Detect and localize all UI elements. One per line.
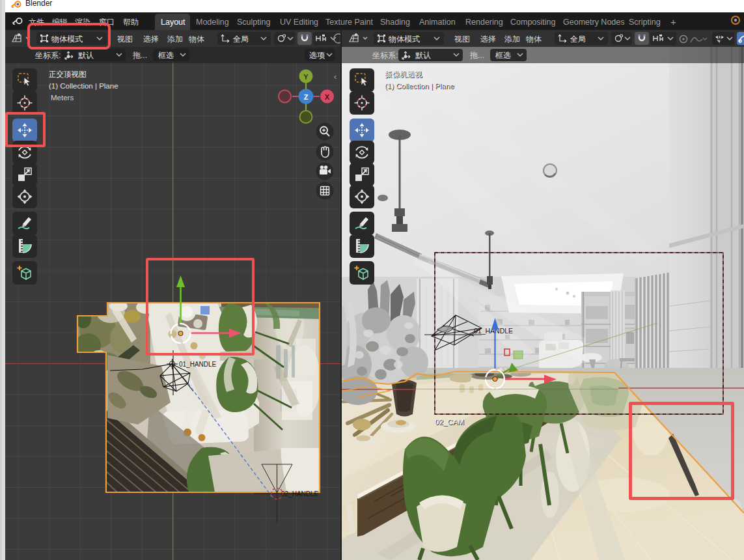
svg-text:Meters: Meters — [51, 94, 74, 102]
svg-text:‹: ‹ — [334, 72, 337, 81]
svg-text:摄像机透视: 摄像机透视 — [385, 70, 422, 78]
svg-text:01_HANDLE: 01_HANDLE — [179, 361, 217, 368]
svg-text:(1) Collection | Plane: (1) Collection | Plane — [385, 82, 454, 90]
svg-text:02_HANDLE: 02_HANDLE — [281, 490, 319, 497]
svg-text:(1) Collection | Plane: (1) Collection | Plane — [49, 82, 118, 90]
svg-text:正交顶视图: 正交顶视图 — [49, 70, 87, 78]
svg-text:X: X — [325, 93, 330, 101]
svg-text:Y: Y — [303, 73, 309, 81]
svg-text:Z: Z — [304, 93, 309, 101]
svg-text:02_CAM: 02_CAM — [435, 418, 464, 426]
